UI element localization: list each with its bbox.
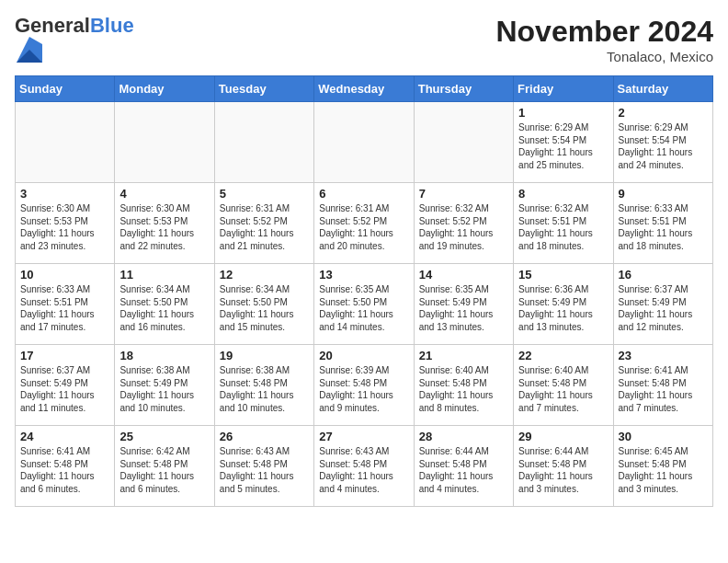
- calendar-cell: [414, 102, 513, 183]
- calendar-cell: 3Sunrise: 6:30 AM Sunset: 5:53 PM Daylig…: [16, 183, 115, 264]
- day-info: Sunrise: 6:32 AM Sunset: 5:52 PM Dayligh…: [419, 202, 508, 252]
- day-number: 19: [220, 349, 309, 362]
- calendar-cell: 1Sunrise: 6:29 AM Sunset: 5:54 PM Daylig…: [514, 102, 613, 183]
- day-number: 22: [518, 349, 608, 362]
- page-header: GeneralBlue November 2024 Tonalaco, Mexi…: [15, 15, 713, 66]
- day-info: Sunrise: 6:35 AM Sunset: 5:49 PM Dayligh…: [419, 283, 508, 333]
- calendar-cell: 16Sunrise: 6:37 AM Sunset: 5:49 PM Dayli…: [613, 264, 712, 345]
- calendar-cell: 6Sunrise: 6:31 AM Sunset: 5:52 PM Daylig…: [314, 183, 414, 264]
- logo-general: General: [15, 14, 90, 37]
- calendar-cell: 18Sunrise: 6:38 AM Sunset: 5:49 PM Dayli…: [115, 345, 214, 426]
- day-info: Sunrise: 6:36 AM Sunset: 5:49 PM Dayligh…: [518, 283, 608, 333]
- day-number: 1: [518, 106, 608, 120]
- day-number: 27: [319, 430, 408, 443]
- calendar-cell: 26Sunrise: 6:43 AM Sunset: 5:48 PM Dayli…: [214, 426, 313, 507]
- calendar-header-row: SundayMondayTuesdayWednesdayThursdayFrid…: [16, 76, 713, 102]
- day-number: 21: [419, 349, 508, 362]
- calendar-cell: 17Sunrise: 6:37 AM Sunset: 5:49 PM Dayli…: [16, 345, 115, 426]
- title-area: November 2024 Tonalaco, Mexico: [495, 15, 713, 64]
- day-number: 25: [119, 430, 209, 443]
- calendar-cell: 13Sunrise: 6:35 AM Sunset: 5:50 PM Dayli…: [314, 264, 414, 345]
- calendar-cell: 5Sunrise: 6:31 AM Sunset: 5:52 PM Daylig…: [214, 183, 313, 264]
- day-info: Sunrise: 6:40 AM Sunset: 5:48 PM Dayligh…: [518, 364, 608, 414]
- day-number: 2: [619, 106, 708, 120]
- day-info: Sunrise: 6:41 AM Sunset: 5:48 PM Dayligh…: [619, 364, 708, 414]
- weekday-header: Monday: [115, 76, 214, 102]
- logo-icon: [17, 37, 42, 63]
- calendar-week-row: 1Sunrise: 6:29 AM Sunset: 5:54 PM Daylig…: [16, 102, 713, 183]
- calendar-cell: 15Sunrise: 6:36 AM Sunset: 5:49 PM Dayli…: [514, 264, 613, 345]
- day-number: 24: [20, 430, 109, 443]
- day-info: Sunrise: 6:38 AM Sunset: 5:49 PM Dayligh…: [119, 364, 209, 414]
- weekday-header: Thursday: [414, 76, 513, 102]
- calendar-cell: 2Sunrise: 6:29 AM Sunset: 5:54 PM Daylig…: [613, 102, 712, 183]
- day-number: 14: [419, 268, 508, 282]
- calendar-table: SundayMondayTuesdayWednesdayThursdayFrid…: [15, 75, 713, 507]
- day-number: 13: [319, 268, 408, 282]
- calendar-week-row: 17Sunrise: 6:37 AM Sunset: 5:49 PM Dayli…: [16, 345, 713, 426]
- day-number: 7: [419, 187, 508, 201]
- calendar-cell: 8Sunrise: 6:32 AM Sunset: 5:51 PM Daylig…: [514, 183, 613, 264]
- day-info: Sunrise: 6:45 AM Sunset: 5:48 PM Dayligh…: [619, 445, 708, 495]
- calendar-cell: 28Sunrise: 6:44 AM Sunset: 5:48 PM Dayli…: [414, 426, 513, 507]
- logo: GeneralBlue: [15, 15, 134, 66]
- day-info: Sunrise: 6:43 AM Sunset: 5:48 PM Dayligh…: [319, 445, 408, 495]
- day-info: Sunrise: 6:34 AM Sunset: 5:50 PM Dayligh…: [220, 283, 309, 333]
- day-info: Sunrise: 6:44 AM Sunset: 5:48 PM Dayligh…: [518, 445, 608, 495]
- calendar-cell: 20Sunrise: 6:39 AM Sunset: 5:48 PM Dayli…: [314, 345, 414, 426]
- calendar-cell: 12Sunrise: 6:34 AM Sunset: 5:50 PM Dayli…: [214, 264, 313, 345]
- calendar-cell: 27Sunrise: 6:43 AM Sunset: 5:48 PM Dayli…: [314, 426, 414, 507]
- calendar-cell: 23Sunrise: 6:41 AM Sunset: 5:48 PM Dayli…: [613, 345, 712, 426]
- day-info: Sunrise: 6:30 AM Sunset: 5:53 PM Dayligh…: [119, 202, 209, 252]
- logo-text: GeneralBlue: [15, 15, 134, 37]
- day-info: Sunrise: 6:29 AM Sunset: 5:54 PM Dayligh…: [619, 121, 708, 171]
- weekday-header: Tuesday: [214, 76, 313, 102]
- calendar-cell: 21Sunrise: 6:40 AM Sunset: 5:48 PM Dayli…: [414, 345, 513, 426]
- day-info: Sunrise: 6:44 AM Sunset: 5:48 PM Dayligh…: [419, 445, 508, 495]
- calendar-week-row: 24Sunrise: 6:41 AM Sunset: 5:48 PM Dayli…: [16, 426, 713, 507]
- day-number: 5: [220, 187, 309, 201]
- weekday-header: Wednesday: [314, 76, 414, 102]
- day-number: 3: [20, 187, 109, 201]
- calendar-cell: 4Sunrise: 6:30 AM Sunset: 5:53 PM Daylig…: [115, 183, 214, 264]
- day-info: Sunrise: 6:43 AM Sunset: 5:48 PM Dayligh…: [220, 445, 309, 495]
- location-subtitle: Tonalaco, Mexico: [495, 49, 713, 64]
- calendar-cell: 24Sunrise: 6:41 AM Sunset: 5:48 PM Dayli…: [16, 426, 115, 507]
- calendar-week-row: 10Sunrise: 6:33 AM Sunset: 5:51 PM Dayli…: [16, 264, 713, 345]
- day-number: 4: [119, 187, 209, 201]
- calendar-cell: 9Sunrise: 6:33 AM Sunset: 5:51 PM Daylig…: [613, 183, 712, 264]
- day-number: 20: [319, 349, 408, 362]
- day-info: Sunrise: 6:33 AM Sunset: 5:51 PM Dayligh…: [619, 202, 708, 252]
- day-number: 28: [419, 430, 508, 443]
- day-number: 8: [518, 187, 608, 201]
- day-info: Sunrise: 6:32 AM Sunset: 5:51 PM Dayligh…: [518, 202, 608, 252]
- day-info: Sunrise: 6:41 AM Sunset: 5:48 PM Dayligh…: [20, 445, 109, 495]
- day-info: Sunrise: 6:39 AM Sunset: 5:48 PM Dayligh…: [319, 364, 408, 414]
- day-info: Sunrise: 6:30 AM Sunset: 5:53 PM Dayligh…: [20, 202, 109, 252]
- calendar-cell: [16, 102, 115, 183]
- weekday-header: Sunday: [16, 76, 115, 102]
- day-info: Sunrise: 6:31 AM Sunset: 5:52 PM Dayligh…: [319, 202, 408, 252]
- calendar-cell: 30Sunrise: 6:45 AM Sunset: 5:48 PM Dayli…: [613, 426, 712, 507]
- day-number: 11: [119, 268, 209, 282]
- day-number: 29: [518, 430, 608, 443]
- day-number: 30: [619, 430, 708, 443]
- day-number: 15: [518, 268, 608, 282]
- calendar-cell: 25Sunrise: 6:42 AM Sunset: 5:48 PM Dayli…: [115, 426, 214, 507]
- calendar-week-row: 3Sunrise: 6:30 AM Sunset: 5:53 PM Daylig…: [16, 183, 713, 264]
- calendar-cell: 11Sunrise: 6:34 AM Sunset: 5:50 PM Dayli…: [115, 264, 214, 345]
- day-info: Sunrise: 6:38 AM Sunset: 5:48 PM Dayligh…: [220, 364, 309, 414]
- calendar-cell: 14Sunrise: 6:35 AM Sunset: 5:49 PM Dayli…: [414, 264, 513, 345]
- day-number: 12: [220, 268, 309, 282]
- day-info: Sunrise: 6:29 AM Sunset: 5:54 PM Dayligh…: [518, 121, 608, 171]
- calendar-cell: 10Sunrise: 6:33 AM Sunset: 5:51 PM Dayli…: [16, 264, 115, 345]
- day-info: Sunrise: 6:33 AM Sunset: 5:51 PM Dayligh…: [20, 283, 109, 333]
- calendar-cell: 22Sunrise: 6:40 AM Sunset: 5:48 PM Dayli…: [514, 345, 613, 426]
- day-number: 10: [20, 268, 109, 282]
- day-number: 18: [119, 349, 209, 362]
- day-info: Sunrise: 6:35 AM Sunset: 5:50 PM Dayligh…: [319, 283, 408, 333]
- day-number: 23: [619, 349, 708, 362]
- day-number: 26: [220, 430, 309, 443]
- calendar-cell: [214, 102, 313, 183]
- weekday-header: Saturday: [613, 76, 712, 102]
